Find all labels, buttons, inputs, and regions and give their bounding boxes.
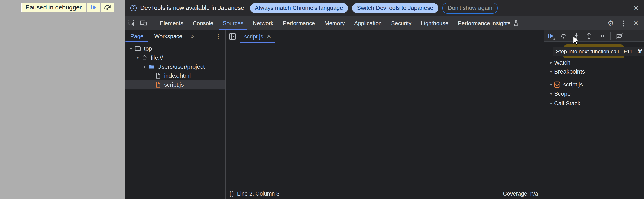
toolbar-separator	[152, 20, 152, 27]
coverage-label: Coverage: n/a	[503, 190, 544, 197]
chevron-down-icon: ▼	[548, 70, 554, 74]
step-over-icon[interactable]	[560, 32, 568, 40]
file-icon	[155, 72, 162, 79]
navigator-pane: Page Workspace » ⋮ ▼top▼file://▼Users/us…	[125, 30, 226, 199]
chevron-down-icon: ▼	[548, 102, 554, 105]
cloud-icon	[141, 54, 148, 61]
editor-tab-close-icon[interactable]: ✕	[267, 33, 271, 40]
tab-memory[interactable]: Memory	[320, 16, 349, 30]
more-options-kebab-icon[interactable]: ⋮	[620, 19, 627, 27]
tab-label: Elements	[160, 20, 183, 27]
tree-expand-arrow[interactable]: ▼	[142, 65, 148, 69]
tree-expand-arrow[interactable]: ▼	[128, 47, 134, 51]
tab-label: Security	[391, 20, 411, 27]
infobar-close-icon[interactable]: ✕	[634, 0, 639, 16]
tree-item-label: top	[144, 45, 152, 52]
step-icon[interactable]	[598, 32, 605, 40]
mouse-cursor	[572, 36, 580, 46]
navigator-kebab-icon[interactable]: ⋮	[215, 33, 226, 40]
editor-tabbar: script.js ✕	[226, 30, 544, 43]
tab-network[interactable]: Network	[248, 16, 278, 30]
step-over-icon	[104, 4, 111, 11]
tree-item-label: Users/user/project	[157, 63, 205, 70]
tree-item-index-html[interactable]: index.html	[125, 71, 226, 80]
breakpoints-title: Breakpoints	[554, 68, 585, 75]
paused-in-debugger-banner: Paused in debugger	[21, 3, 114, 12]
editor-statusbar: { } Line 2, Column 3 Coverage: n/a	[226, 188, 544, 199]
tab-console[interactable]: Console	[188, 16, 218, 30]
call-stack-title: Call Stack	[554, 100, 580, 107]
folder-icon	[148, 63, 155, 70]
step-into-tooltip: Step into next function call - F11 - ⌘ ;	[552, 47, 644, 56]
flask-icon	[513, 20, 520, 27]
tab-label: Network	[253, 20, 274, 27]
deactivate-breakpoints-icon[interactable]	[616, 32, 623, 40]
watch-section-header[interactable]: ▶ Watch	[544, 58, 644, 67]
toggle-navigator-panel-icon[interactable]	[228, 33, 236, 41]
tab-label: Performance insights	[458, 20, 511, 27]
tab-sources[interactable]: Sources	[218, 16, 248, 30]
inspect-element-icon[interactable]	[128, 19, 136, 27]
editor-tab-label: script.js	[244, 33, 263, 40]
tab-elements[interactable]: Elements	[155, 16, 188, 30]
navigator-header: Page Workspace » ⋮	[125, 30, 226, 42]
tab-performance-insights[interactable]: Performance insights	[453, 16, 524, 30]
resume-script-icon[interactable]	[547, 32, 555, 40]
breakpoints-section-header[interactable]: ▼ Breakpoints	[544, 67, 644, 76]
tree-expand-arrow[interactable]: ▼	[135, 56, 141, 60]
js-file-icon	[155, 81, 162, 88]
screenshot-root: Paused in debugger DevTools is now avail…	[0, 0, 644, 199]
toolbar-right-icons: ⚙ ⋮ ✕	[600, 19, 644, 28]
settings-gear-icon[interactable]: ⚙	[607, 19, 614, 28]
js-file-icon	[554, 82, 560, 88]
infobar: DevTools is now available in Japanese! A…	[125, 0, 644, 16]
code-line-1	[226, 44, 544, 51]
frame-icon	[134, 45, 141, 52]
navigator-tab-page[interactable]: Page	[125, 30, 149, 42]
cursor-position-label: Line 2, Column 3	[237, 190, 280, 197]
devtools-window: DevTools is now available in Japanese! A…	[125, 0, 644, 199]
chevron-right-icon: ▶	[548, 61, 554, 65]
tab-lighthouse[interactable]: Lighthouse	[416, 16, 453, 30]
panel-tabs: ElementsConsoleSourcesNetworkPerformance…	[155, 16, 524, 30]
scope-title: Scope	[554, 90, 571, 97]
scope-section-header[interactable]: ▼ Scope	[544, 90, 644, 98]
dont-show-again-button[interactable]: Don't show again	[442, 3, 498, 14]
call-stack-section-header[interactable]: ▼ Call Stack	[544, 98, 644, 108]
navigator-overflow-chevrons[interactable]: »	[190, 33, 194, 40]
chevron-down-icon: ▼	[548, 92, 554, 96]
tree-item-users-user-project[interactable]: ▼Users/user/project	[125, 62, 226, 71]
resume-script-button[interactable]	[87, 3, 100, 12]
tab-security[interactable]: Security	[386, 16, 416, 30]
breakpoint-options	[544, 76, 644, 79]
tab-label: Lighthouse	[421, 20, 448, 27]
tab-performance[interactable]: Performance	[278, 16, 320, 30]
tree-item-top[interactable]: ▼top	[125, 44, 226, 53]
toolbar-separator	[600, 20, 601, 27]
tree-item-script-js[interactable]: script.js	[125, 80, 226, 89]
breakpoint-file-name: script.js	[563, 81, 583, 88]
toggle-device-toolbar-icon[interactable]	[140, 19, 148, 27]
step-out-icon[interactable]	[585, 32, 593, 40]
toolbar-left-icons	[128, 19, 152, 27]
pretty-print-icon[interactable]: { }	[229, 190, 234, 197]
tree-item-file-[interactable]: ▼file://	[125, 53, 226, 62]
always-match-language-button[interactable]: Always match Chrome's language	[250, 3, 348, 13]
tab-label: Sources	[223, 20, 244, 27]
resume-icon	[90, 4, 97, 11]
infobar-message: DevTools is now available in Japanese!	[140, 5, 246, 12]
navigator-tab-workspace[interactable]: Workspace	[149, 30, 188, 42]
debugger-controls	[544, 30, 644, 42]
debugger-controls-separator	[610, 33, 611, 40]
devtools-toolbar: ElementsConsoleSourcesNetworkPerformance…	[125, 16, 644, 30]
info-icon	[130, 5, 137, 12]
tab-application[interactable]: Application	[350, 16, 386, 30]
devtools-close-icon[interactable]: ✕	[634, 20, 638, 27]
step-over-button-banner[interactable]	[101, 3, 114, 12]
code-editor[interactable]	[226, 43, 544, 199]
switch-devtools-japanese-button[interactable]: Switch DevTools to Japanese	[352, 3, 438, 13]
editor-tab-scriptjs[interactable]: script.js ✕	[240, 30, 275, 43]
chevron-down-icon: ▼	[548, 83, 554, 86]
breakpoints-file-group[interactable]: ▼ script.js	[544, 79, 644, 90]
editor-pane: script.js ✕ { } Line 2, Column 3 Coverag…	[226, 30, 544, 199]
